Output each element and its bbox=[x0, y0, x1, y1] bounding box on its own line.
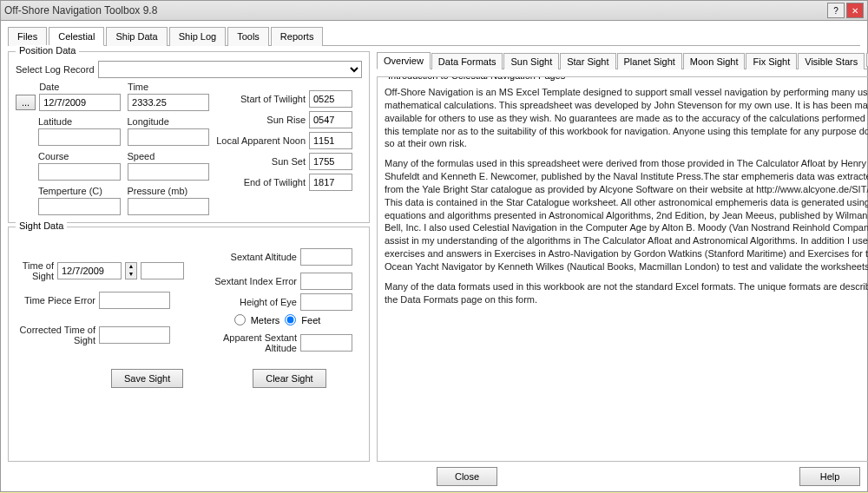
position-data-title: Position Data bbox=[16, 45, 79, 56]
time-field[interactable] bbox=[128, 94, 209, 111]
tab-reports[interactable]: Reports bbox=[271, 27, 324, 46]
speed-label: Speed bbox=[128, 151, 210, 161]
intro-text: Off-Shore Navigation is an MS Excel Temp… bbox=[385, 86, 868, 306]
sunrise-field[interactable] bbox=[309, 111, 352, 128]
time-of-sight-date[interactable] bbox=[57, 262, 122, 279]
course-field[interactable] bbox=[38, 163, 121, 181]
feet-radio[interactable] bbox=[285, 314, 296, 325]
position-data-group: Position Data Select Log Record ... Date bbox=[8, 51, 370, 223]
tab-moon-sight[interactable]: Moon Sight bbox=[683, 53, 746, 69]
tab-star-sight[interactable]: Star Sight bbox=[560, 53, 615, 69]
sextant-alt-label: Sextant Altitude bbox=[193, 252, 297, 262]
latitude-label: Latitude bbox=[38, 116, 121, 127]
pressure-label: Pressure (mb) bbox=[128, 186, 210, 196]
tab-files[interactable]: Files bbox=[8, 27, 47, 46]
date-field[interactable] bbox=[39, 94, 121, 111]
titlebar: Off-Shore Navigation Toolbox 9.8 ? ✕ bbox=[0, 0, 868, 21]
save-sight-button[interactable]: Save Sight bbox=[111, 369, 183, 388]
intro-title: Introduction to Celestial Navigation Pag… bbox=[385, 76, 569, 81]
tab-data-formats[interactable]: Data Formats bbox=[431, 53, 503, 69]
sunrise-label: Sun Rise bbox=[214, 115, 306, 125]
tab-ship-log[interactable]: Ship Log bbox=[169, 27, 226, 46]
meters-label: Meters bbox=[251, 315, 280, 325]
longitude-field[interactable] bbox=[128, 128, 210, 146]
temperature-label: Temperture (C) bbox=[38, 186, 121, 196]
tab-tools[interactable]: Tools bbox=[227, 27, 269, 46]
sextant-index-field[interactable] bbox=[300, 273, 352, 290]
temperature-field[interactable] bbox=[38, 198, 121, 215]
close-button[interactable]: Close bbox=[437, 467, 497, 486]
intro-p1: Off-Shore Navigation is an MS Excel Temp… bbox=[385, 86, 868, 150]
sight-data-title: Sight Data bbox=[16, 220, 67, 231]
time-label: Time bbox=[128, 82, 209, 92]
course-label: Course bbox=[38, 151, 121, 161]
latitude-field[interactable] bbox=[38, 128, 121, 146]
sunset-field[interactable] bbox=[309, 153, 352, 170]
tab-celestial[interactable]: Celestial bbox=[49, 27, 104, 46]
spinner-up-icon[interactable]: ▲ bbox=[126, 263, 136, 271]
height-of-eye-field[interactable] bbox=[300, 293, 352, 311]
clear-sight-button[interactable]: Clear Sight bbox=[253, 369, 326, 388]
tab-sun-sight[interactable]: Sun Sight bbox=[503, 53, 559, 69]
time-of-sight-field[interactable] bbox=[141, 262, 184, 279]
main-tabstrip: Files Celestial Ship Data Ship Log Tools… bbox=[8, 26, 860, 46]
sextant-index-label: Sextant Index Error bbox=[193, 276, 297, 286]
right-tabstrip: Overview Data Formats Sun Sight Star Sig… bbox=[377, 51, 868, 69]
footer: Close Help bbox=[8, 462, 860, 486]
help-titlebar-button[interactable]: ? bbox=[827, 3, 845, 18]
more-button[interactable]: ... bbox=[16, 95, 36, 110]
feet-label: Feet bbox=[301, 315, 320, 325]
date-spinner[interactable]: ▲ ▼ bbox=[125, 262, 137, 279]
start-twilight-field[interactable] bbox=[309, 90, 352, 108]
tab-visible-stars[interactable]: Visible Stars bbox=[798, 53, 865, 69]
left-panel: Position Data Select Log Record ... Date bbox=[8, 51, 370, 462]
end-twilight-label: End of Twilight bbox=[214, 177, 306, 187]
speed-field[interactable] bbox=[128, 163, 210, 181]
tab-ship-data[interactable]: Ship Data bbox=[106, 27, 167, 46]
sextant-alt-field[interactable] bbox=[300, 248, 352, 266]
window-title: Off-Shore Navigation Toolbox 9.8 bbox=[4, 4, 827, 16]
time-of-sight-label: Time of Sight bbox=[16, 260, 54, 281]
sight-data-group: Sight Data Time of Sight ▲ ▼ bbox=[8, 227, 370, 462]
longitude-label: Longitude bbox=[128, 116, 210, 127]
right-panel: Overview Data Formats Sun Sight Star Sig… bbox=[377, 51, 868, 462]
spinner-down-icon[interactable]: ▼ bbox=[126, 271, 136, 279]
tab-planet-sight[interactable]: Planet Sight bbox=[617, 53, 682, 69]
corrected-time-label: Corrected Time of Sight bbox=[16, 325, 95, 345]
window-controls: ? ✕ bbox=[827, 3, 864, 18]
apparent-alt-field[interactable] bbox=[300, 334, 352, 352]
date-label: Date bbox=[39, 82, 121, 92]
time-piece-error-field[interactable] bbox=[99, 292, 170, 309]
intro-p2: Many of the formulas used in this spread… bbox=[385, 157, 868, 273]
meters-radio[interactable] bbox=[234, 314, 246, 325]
corrected-time-field[interactable] bbox=[99, 326, 170, 344]
tab-overview[interactable]: Overview bbox=[377, 52, 431, 69]
local-noon-field[interactable] bbox=[309, 132, 352, 149]
local-noon-label: Local Apparent Noon bbox=[214, 135, 306, 146]
intro-p3: Many of the data formats used in this wo… bbox=[385, 280, 868, 306]
select-log-record[interactable] bbox=[98, 61, 363, 78]
tab-fix-sight[interactable]: Fix Sight bbox=[746, 53, 797, 69]
window-body: Files Celestial Ship Data Ship Log Tools… bbox=[0, 21, 868, 492]
height-of-eye-label: Height of Eye bbox=[193, 297, 297, 307]
select-log-label: Select Log Record bbox=[16, 64, 95, 75]
main-content: Position Data Select Log Record ... Date bbox=[8, 46, 860, 462]
intro-group: Introduction to Celestial Navigation Pag… bbox=[377, 76, 868, 462]
end-twilight-field[interactable] bbox=[309, 174, 352, 191]
time-piece-error-label: Time Piece Error bbox=[16, 295, 95, 306]
pressure-field[interactable] bbox=[128, 198, 210, 215]
start-twilight-label: Start of Twilight bbox=[214, 94, 306, 104]
apparent-alt-label: Apparent Sextant Altitude bbox=[193, 332, 297, 353]
sunset-label: Sun Set bbox=[214, 156, 306, 167]
close-titlebar-button[interactable]: ✕ bbox=[846, 3, 864, 18]
help-button[interactable]: Help bbox=[799, 467, 860, 486]
